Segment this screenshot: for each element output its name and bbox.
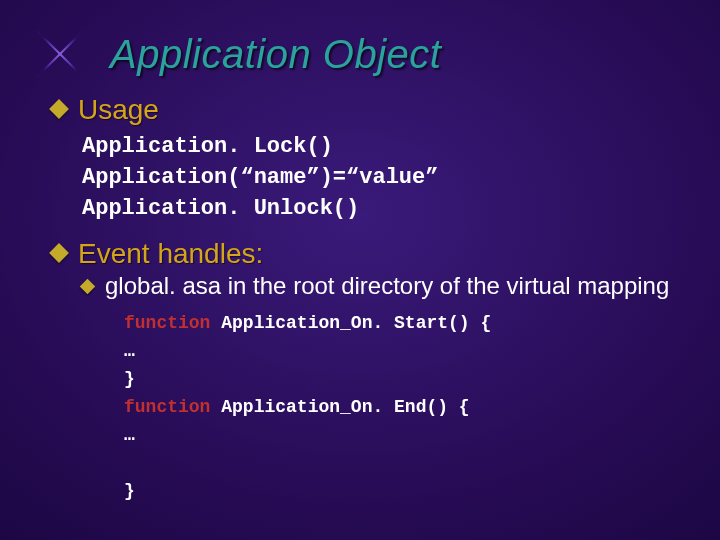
diamond-bullet-icon [49,99,69,119]
bullet-usage-label: Usage [78,94,159,126]
code-text: } [124,481,135,501]
code-text: Application_On. Start() { [210,313,491,333]
code-event: function Application_On. Start() { … } f… [124,310,680,505]
title-row: Application Object [28,22,441,86]
slide-content: Usage Application. Lock() Application(“n… [52,90,680,506]
code-usage: Application. Lock() Application(“name”)=… [82,132,680,224]
diamond-bullet-icon [80,279,96,295]
code-text: … [124,425,135,445]
code-text: } [124,369,135,389]
code-text: … [124,341,135,361]
bullet-usage: Usage [52,94,680,126]
bullet-event-label: Event handles: [78,238,263,270]
diamond-bullet-icon [49,243,69,263]
bullet-global: global. asa in the root directory of the… [82,272,680,300]
code-text: Application_On. End() { [210,397,469,417]
bullet-global-label: global. asa in the root directory of the… [105,272,669,300]
slide: Application Object Usage Application. Lo… [0,0,720,540]
bullet-event: Event handles: [52,238,680,270]
slide-title: Application Object [110,32,441,77]
keyword: function [124,397,210,417]
starburst-icon [28,22,92,86]
keyword: function [124,313,210,333]
